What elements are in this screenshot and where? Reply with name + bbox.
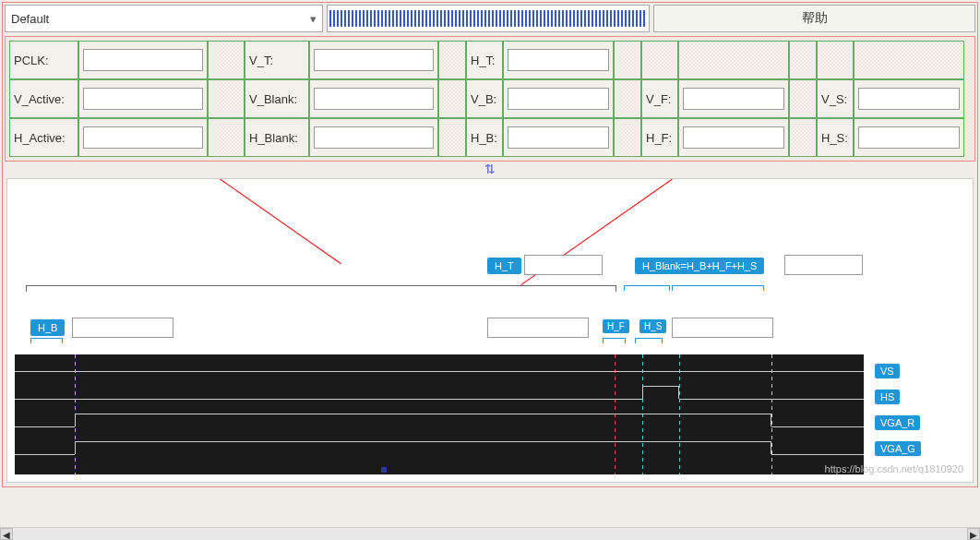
hf-label: H_F: — [641, 118, 678, 157]
hblank-value-box[interactable] — [784, 255, 863, 275]
vga-g-label: VGA_G — [875, 441, 921, 456]
diagram-panel: H_T H_Blank=H_B+H_F+H_S H_B H_F H_S — [6, 178, 974, 483]
hs-label: H_S: — [817, 118, 854, 157]
hf-brace — [603, 338, 626, 342]
zoom-line-left — [220, 179, 341, 265]
hb-value-box[interactable] — [72, 318, 173, 338]
vf-label: V_F: — [641, 79, 678, 118]
ht-input[interactable] — [508, 49, 609, 71]
main-window: Default 帮助 PCLK: V_T: H_T: V_Active: — [2, 2, 978, 487]
vga-r-low2 — [771, 426, 864, 427]
vs-input[interactable] — [858, 88, 960, 110]
vs-label: V_S: — [817, 79, 854, 118]
hs-signal-label: HS — [875, 390, 900, 404]
vactive-input[interactable] — [83, 88, 203, 110]
ht-brace — [26, 285, 616, 293]
vga-r-high — [75, 414, 771, 426]
hs-signal-low1 — [15, 399, 642, 400]
scroll-right-arrow[interactable]: ▶ — [967, 528, 980, 540]
ht-tag: H_T — [487, 258, 521, 274]
hs-tag: H_S — [639, 319, 666, 333]
watermark: https://blog.csdn.net/q1810920 — [825, 463, 963, 474]
hs-value-box[interactable] — [672, 318, 773, 338]
hactive-label: H_Active: — [9, 118, 78, 157]
hs-brace — [635, 338, 663, 342]
hb-tag: H_B — [30, 319, 65, 336]
vga-r-low — [15, 426, 75, 427]
hblank-brace1 — [624, 285, 670, 290]
vb-label: V_B: — [466, 79, 503, 118]
vt-input[interactable] — [314, 49, 434, 71]
vactive-label: V_Active: — [9, 79, 78, 118]
hs-pulse — [642, 386, 679, 399]
vf-input[interactable] — [683, 88, 784, 110]
toolbar: Default 帮助 — [5, 5, 975, 32]
hb-label: H_B: — [466, 118, 503, 157]
hb-brace — [30, 338, 63, 342]
hb-input[interactable] — [508, 126, 609, 149]
waveform-area — [15, 354, 864, 474]
hs-signal-low2 — [679, 399, 864, 400]
vt-label: V_T: — [245, 41, 309, 79]
vga-r-label: VGA_R — [875, 415, 920, 430]
hactive-value-box[interactable] — [487, 318, 589, 338]
ht-label: H_T: — [466, 41, 503, 79]
resize-handle-bottom[interactable] — [381, 467, 387, 473]
cursor-white[interactable] — [771, 354, 772, 474]
help-button[interactable]: 帮助 — [653, 5, 975, 32]
ht-value-box[interactable] — [524, 255, 603, 275]
hf-tag: H_F — [603, 319, 629, 333]
form-panel: PCLK: V_T: H_T: V_Active: V_Blank: V_B: — [5, 36, 975, 162]
hs-input[interactable] — [858, 126, 960, 149]
pclk-label: PCLK: — [9, 41, 78, 79]
vblank-input[interactable] — [314, 88, 434, 110]
preset-dropdown[interactable]: Default — [5, 5, 323, 32]
vb-input[interactable] — [508, 88, 609, 110]
hf-input[interactable] — [683, 126, 784, 149]
hblank-label: H_Blank: — [245, 118, 309, 157]
hblank-input[interactable] — [314, 126, 434, 149]
progress-fill — [329, 10, 647, 27]
hactive-input[interactable] — [83, 126, 203, 149]
progress-bar — [327, 5, 650, 32]
pclk-input[interactable] — [83, 49, 203, 71]
vga-g-low — [15, 454, 75, 455]
vs-signal — [15, 371, 864, 372]
vga-g-low2 — [771, 454, 864, 455]
scroll-left-arrow[interactable]: ◀ — [0, 528, 13, 540]
hblank-eq-tag: H_Blank=H_B+H_F+H_S — [635, 258, 764, 274]
vblank-label: V_Blank: — [245, 79, 309, 118]
horizontal-scrollbar[interactable]: ◀ ▶ — [0, 527, 980, 540]
dropdown-value: Default — [11, 12, 49, 26]
hblank-brace2 — [672, 285, 764, 290]
vs-signal-label: VS — [875, 364, 900, 378]
vga-g-high — [75, 441, 771, 454]
splitter-handle[interactable]: ⇅ — [5, 162, 975, 176]
